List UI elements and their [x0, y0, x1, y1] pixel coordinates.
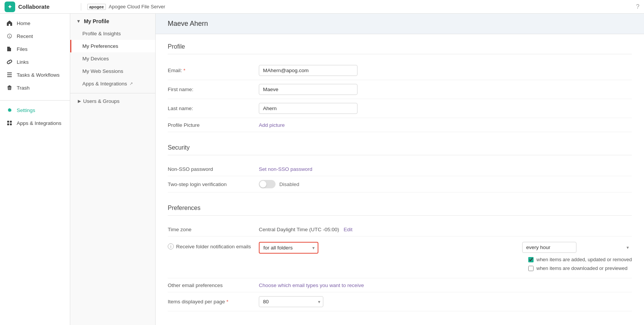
- svg-rect-5: [7, 123, 9, 125]
- items-per-page-select[interactable]: 10 20 50 80 100: [259, 296, 323, 307]
- set-non-sso-link[interactable]: Set non-SSO password: [259, 166, 312, 172]
- checkbox-added[interactable]: [528, 257, 534, 262]
- toggle-container: Disabled: [259, 180, 632, 188]
- sidebar-label-apps: Apps & Integrations: [17, 120, 61, 126]
- sidebar-label-settings: Settings: [17, 107, 35, 113]
- profile-picture-row: Profile Picture Add picture: [168, 118, 632, 132]
- sidebar-item-tasks[interactable]: Tasks & Workflows: [0, 68, 70, 81]
- app-logo[interactable]: ✦ Collaborate: [5, 2, 75, 12]
- svg-rect-6: [10, 123, 12, 125]
- sidebar-item-files[interactable]: Files: [0, 43, 70, 55]
- my-devices-label: My Devices: [82, 56, 109, 62]
- lastname-label: Last name:: [168, 106, 259, 111]
- left-sidebar: Home Recent Files Links: [0, 14, 70, 325]
- folder-select-wrapper: for all folders for no folders for selec…: [259, 242, 318, 254]
- items-per-page-row: Items displayed per page * 10 20 50 80 1…: [168, 292, 632, 311]
- profile-section-title: Profile: [168, 43, 632, 54]
- two-step-row: Two-step login verification Disabled: [168, 176, 632, 192]
- trash-icon: [6, 84, 13, 91]
- items-per-page-select-wrapper: 10 20 50 80 100: [259, 296, 323, 307]
- notification-checkboxes: when items are added, updated or removed…: [528, 255, 632, 273]
- svg-rect-2: [7, 76, 12, 77]
- users-groups-label: Users & Groups: [83, 98, 120, 104]
- two-step-toggle[interactable]: [259, 180, 276, 188]
- users-groups-expand-icon: ▶: [78, 99, 81, 104]
- preferences-section: Preferences Time zone Central Daylight T…: [168, 205, 632, 325]
- notifications-controls: for all folders for no folders for selec…: [259, 242, 632, 273]
- home-icon: [6, 20, 13, 27]
- choose-email-types-link[interactable]: Choose which email types you want to rec…: [259, 282, 364, 288]
- non-sso-value: Set non-SSO password: [259, 166, 632, 172]
- apps-icon: [6, 120, 13, 126]
- secondary-sidebar: ▼ My Profile Profile & Insights My Prefe…: [70, 14, 156, 325]
- sidebar-item-settings[interactable]: Settings: [0, 104, 70, 117]
- external-link-icon: ↗: [129, 81, 133, 86]
- my-profile-label: My Profile: [84, 18, 109, 24]
- other-email-row: Other email preferences Choose which ema…: [168, 278, 632, 292]
- recent-icon: [6, 33, 13, 39]
- sidebar-item-recent[interactable]: Recent: [0, 30, 70, 43]
- svg-rect-0: [7, 73, 12, 73]
- users-groups-section[interactable]: ▶ Users & Groups: [70, 95, 155, 107]
- non-sso-row: Non-SSO password Set non-SSO password: [168, 162, 632, 176]
- lastname-input[interactable]: [259, 103, 357, 114]
- sidebar-item-trash[interactable]: Trash: [0, 81, 70, 94]
- security-section: Security Non-SSO password Set non-SSO pa…: [168, 144, 632, 192]
- my-preferences-label: My Preferences: [82, 43, 118, 49]
- timezone-edit-link[interactable]: Edit: [343, 227, 352, 232]
- profile-section: Profile Email: * First name:: [168, 43, 632, 132]
- two-step-value: Disabled: [259, 180, 632, 188]
- toggle-knob: [260, 181, 266, 188]
- svg-rect-4: [10, 121, 12, 123]
- topbar: ✦ Collaborate apogee Apogee Cloud File S…: [0, 0, 644, 14]
- checkbox-row-downloaded: when items are downloaded or previewed: [528, 264, 632, 273]
- links-icon: [6, 58, 13, 65]
- toggle-label: Disabled: [279, 181, 299, 187]
- items-per-page-label: Items displayed per page *: [168, 299, 259, 304]
- firstname-value: [259, 84, 632, 95]
- sidebar-item-home[interactable]: Home: [0, 17, 70, 30]
- server-name: Apogee Cloud File Server: [109, 4, 165, 9]
- sec-sidebar-my-devices[interactable]: My Devices: [70, 52, 155, 65]
- web-sessions-label: My Web Sessions: [82, 68, 123, 74]
- main-content: Maeve Ahern Profile Email: * First name:: [156, 14, 644, 325]
- email-input[interactable]: [259, 65, 357, 76]
- timezone-value: Central Daylight Time (UTC -05:00) Edit: [259, 226, 632, 232]
- sidebar-item-links[interactable]: Links: [0, 55, 70, 68]
- sec-sidebar-my-preferences[interactable]: My Preferences: [70, 40, 155, 52]
- firstname-input[interactable]: [259, 84, 357, 95]
- collapse-icon: ▼: [76, 19, 81, 24]
- frequency-select[interactable]: every hour every 15 minutes every day: [522, 242, 576, 253]
- app-logo-icon: ✦: [5, 2, 15, 12]
- sidebar-item-apps[interactable]: Apps & Integrations: [0, 117, 70, 129]
- add-picture-link[interactable]: Add picture: [259, 122, 285, 128]
- profile-insights-label: Profile & Insights: [82, 31, 121, 36]
- notifications-row: i Receive folder notification emails for…: [168, 237, 632, 278]
- svg-rect-3: [7, 121, 9, 123]
- my-profile-header[interactable]: ▼ My Profile: [70, 14, 155, 27]
- firstname-label: First name:: [168, 87, 259, 92]
- sec-sidebar-web-sessions[interactable]: My Web Sessions: [70, 65, 155, 77]
- content-body: Profile Email: * First name:: [156, 34, 644, 325]
- checkbox-downloaded[interactable]: [528, 266, 534, 271]
- folder-notification-select[interactable]: for all folders for no folders for selec…: [260, 243, 318, 253]
- sidebar-label-recent: Recent: [17, 33, 33, 39]
- notifications-label: i Receive folder notification emails: [168, 242, 259, 249]
- other-email-label: Other email preferences: [168, 282, 259, 288]
- timezone-row: Time zone Central Daylight Time (UTC -05…: [168, 222, 632, 237]
- apps-integrations-label: Apps & Integrations: [82, 81, 127, 87]
- apogee-logo: apogee: [87, 4, 106, 10]
- sidebar-label-tasks: Tasks & Workflows: [17, 72, 60, 78]
- content-header: Maeve Ahern: [156, 14, 644, 34]
- checkbox-downloaded-label: when items are downloaded or previewed: [537, 265, 628, 271]
- checkbox-row-added: when items are added, updated or removed: [528, 255, 632, 264]
- lastname-value: [259, 103, 632, 114]
- main-layout: Home Recent Files Links: [0, 14, 644, 325]
- lastname-field-row: Last name:: [168, 99, 632, 118]
- help-icon[interactable]: ?: [636, 3, 639, 10]
- sidebar-label-home: Home: [17, 21, 30, 26]
- sec-sidebar-profile-insights[interactable]: Profile & Insights: [70, 27, 155, 40]
- app-name: Collaborate: [18, 3, 50, 10]
- checkbox-added-label: when items are added, updated or removed: [537, 257, 632, 262]
- sec-sidebar-apps-integrations[interactable]: Apps & Integrations ↗: [70, 77, 155, 90]
